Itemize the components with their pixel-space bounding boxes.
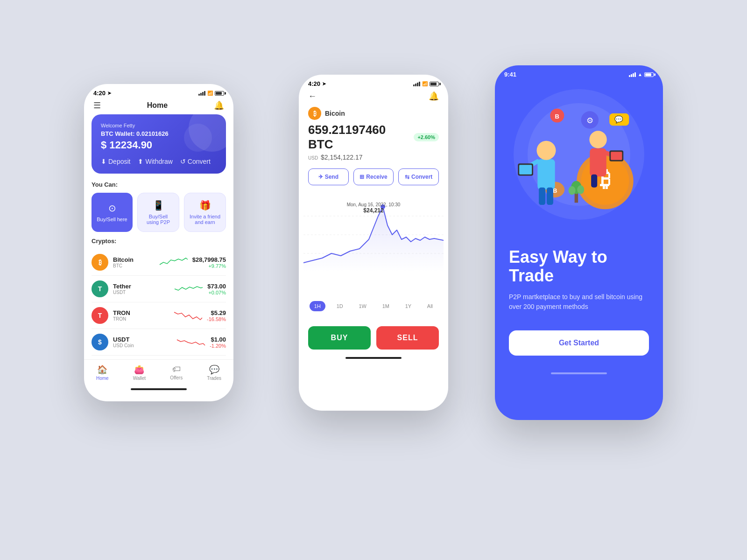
mid-bell-icon[interactable]: 🔔 <box>429 91 439 101</box>
hamburger-menu-icon[interactable]: ☰ <box>93 100 101 111</box>
tron-price-info: $5.29 -16.58% <box>207 309 226 322</box>
back-button[interactable]: ← <box>308 91 317 101</box>
invite-icon: 🎁 <box>199 200 211 211</box>
chart-tooltip-date: Mon, Aug 16, 2022, 10:30 <box>347 202 401 207</box>
right-subtitle: P2P martketplace to buy and sell bitcoin… <box>509 292 649 312</box>
svg-text:💬: 💬 <box>614 115 623 124</box>
withdraw-button[interactable]: ⬆ Withdraw <box>138 158 172 165</box>
bottom-nav: 🏠 Home 👛 Wallet 🏷 Offers 💬 Trades <box>84 359 233 388</box>
wallet-convert-button[interactable]: ↺ Convert <box>180 158 211 165</box>
usdt-chart <box>177 335 205 349</box>
tether-info: Tether USDT <box>113 283 170 295</box>
left-signal <box>198 91 205 96</box>
receive-button[interactable]: ⊞ Receive <box>353 168 394 185</box>
right-wifi-icon: ▲ <box>638 72 642 77</box>
svg-text:B: B <box>555 113 559 120</box>
cryptos-section: Cryptos: ₿ Bitcoin BTC $28,7998.75 +9.77… <box>84 238 233 356</box>
right-signal <box>629 72 636 77</box>
tab-1w[interactable]: 1W <box>354 301 371 311</box>
mid-signal <box>413 82 420 86</box>
chart-tooltip-price: $24,212 <box>347 207 401 214</box>
bitcoin-logo: ₿ <box>92 254 108 271</box>
nav-home[interactable]: 🏠 Home <box>96 364 109 381</box>
trades-nav-icon: 💬 <box>209 364 219 375</box>
sell-button[interactable]: SELL <box>376 326 439 350</box>
btc-name: Bicoin <box>325 110 345 117</box>
trading-illustration: ₿ B <box>514 98 644 220</box>
left-home-indicator <box>131 388 187 390</box>
tab-1d[interactable]: 1D <box>332 301 348 311</box>
you-can-grid: ⊙ Buy/Sell here 📱 Buy/Sell using P2P 🎁 I… <box>92 193 226 232</box>
buy-sell-icon: ⊙ <box>108 203 116 214</box>
svg-point-17 <box>589 131 606 148</box>
tab-1h[interactable]: 1H <box>310 301 325 311</box>
tether-chart <box>175 282 203 296</box>
p2p-label: Buy/Sell using P2P <box>142 214 174 225</box>
you-can-buy-sell[interactable]: ⊙ Buy/Sell here <box>92 193 133 232</box>
left-status-icons: 📶 <box>198 91 224 96</box>
you-can-invite[interactable]: 🎁 Invite a friend and earn <box>184 193 226 232</box>
cryptos-title: Cryptos: <box>92 238 226 245</box>
tether-logo: T <box>92 280 108 297</box>
wallet-address: BTC Wallet: 0.02101626 <box>101 130 217 137</box>
mid-home-indicator <box>345 357 402 359</box>
send-button[interactable]: ✈ Send <box>308 168 349 185</box>
crypto-item-bitcoin[interactable]: ₿ Bitcoin BTC $28,7998.75 +9.77% <box>92 249 226 276</box>
tron-info: TRON TRON <box>113 309 169 322</box>
svg-point-30 <box>569 186 576 195</box>
crypto-item-tether[interactable]: T Tether USDT $73.00 +0.07% <box>92 276 226 302</box>
buy-sell-label: Buy/Sell here <box>97 217 127 222</box>
left-header: ☰ Home 🔔 <box>84 98 233 114</box>
get-started-button[interactable]: Get Started <box>509 330 649 356</box>
buy-button[interactable]: BUY <box>308 326 371 350</box>
bitcoin-price-info: $28,7998.75 +9.77% <box>192 256 226 269</box>
tab-all[interactable]: All <box>423 301 437 311</box>
deposit-button[interactable]: ⬇ Deposit <box>101 158 130 165</box>
nav-offers[interactable]: 🏷 Offers <box>170 364 183 381</box>
btc-logo: ₿ <box>308 107 321 120</box>
send-icon: ✈ <box>318 174 323 180</box>
wallet-welcome: Welcome Fetty <box>101 123 217 128</box>
left-location-icon: ➤ <box>107 91 111 96</box>
tab-1m[interactable]: 1M <box>378 301 394 311</box>
svg-point-10 <box>536 141 556 160</box>
mid-location-icon: ➤ <box>322 81 326 86</box>
offers-nav-icon: 🏷 <box>172 364 181 374</box>
you-can-p2p[interactable]: 📱 Buy/Sell using P2P <box>137 193 179 232</box>
you-can-title: You Can: <box>92 181 226 188</box>
crypto-item-tron[interactable]: T TRON TRON $5.29 -16.58% <box>92 302 226 329</box>
nav-wallet[interactable]: 👛 Wallet <box>133 364 146 381</box>
right-home-indicator <box>551 372 607 374</box>
middle-phone: 4:20 ➤ 📶 ← 🔔 ₿ <box>299 75 448 411</box>
left-phone: 4:20 ➤ 📶 ☰ Home 🔔 <box>84 84 233 401</box>
btc-usd-value: USD $2,154,122.17 <box>308 154 439 161</box>
bitcoin-detail-info: ₿ Bicoin 659.21197460 BTC +2.60% USD $2,… <box>299 107 448 168</box>
svg-rect-18 <box>591 175 597 188</box>
you-can-section: You Can: ⊙ Buy/Sell here 📱 Buy/Sell usin… <box>84 181 233 238</box>
tether-price-info: $73.00 +0.07% <box>207 283 226 295</box>
bitcoin-top-row: ₿ Bicoin <box>308 107 439 120</box>
svg-rect-16 <box>590 148 606 177</box>
right-status-time: 9:41 <box>504 71 516 78</box>
convert-button[interactable]: ⇆ Convert <box>398 168 439 185</box>
coin-action-buttons: ✈ Send ⊞ Receive ⇆ Convert <box>299 168 448 193</box>
usdt-price-info: $1.00 -1.20% <box>210 336 226 349</box>
wallet-card: Welcome Fetty BTC Wallet: 0.02101626 $ 1… <box>92 114 226 174</box>
wallet-actions: ⬇ Deposit ⬆ Withdraw ↺ Convert <box>101 158 217 165</box>
left-wifi-icon: 📶 <box>207 91 213 96</box>
right-phone: 9:41 ▲ ₿ <box>495 65 663 420</box>
tab-1y[interactable]: 1Y <box>401 301 416 311</box>
crypto-item-usdt[interactable]: $ USDT USD Coin $1.00 -1.20% <box>92 329 226 356</box>
wallet-amount: $ 12234.90 <box>101 139 217 151</box>
svg-rect-12 <box>547 188 553 205</box>
time-period-tabs: 1H 1D 1W 1M 1Y All <box>299 301 448 319</box>
svg-rect-11 <box>539 188 545 205</box>
mid-header: ← 🔔 <box>299 89 448 107</box>
nav-trades[interactable]: 💬 Trades <box>207 364 221 381</box>
right-title: Easy Way to Trade <box>509 248 649 285</box>
tron-chart <box>174 308 202 322</box>
right-status-bar: 9:41 ▲ <box>495 65 663 80</box>
trade-buttons: BUY SELL <box>299 319 448 357</box>
left-bell-icon[interactable]: 🔔 <box>214 100 224 111</box>
right-illustration: ₿ B <box>495 80 663 238</box>
